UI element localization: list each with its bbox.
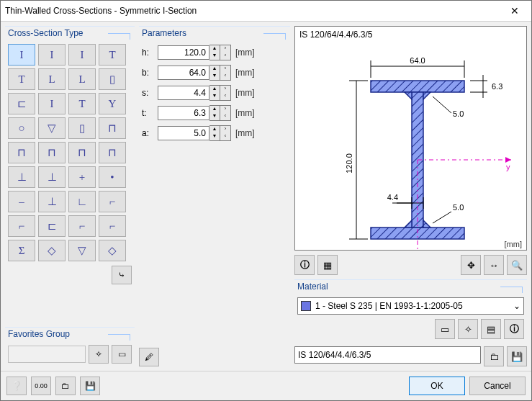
stress-points-button[interactable]: ▦: [317, 255, 338, 275]
dim-a1: 5.0: [453, 109, 464, 118]
type-grid: IIITTLL▯⊏ITY○▽▯⊓⊓⊓⊓⊓⊥⊥+•–⊥∟⌐⌐⊏⌐⌐Σ◇▽◇: [8, 44, 132, 261]
type-option-2[interactable]: I: [68, 44, 96, 66]
param-spinner[interactable]: ▲▼›‹: [158, 85, 231, 101]
import-button[interactable]: 🗀: [55, 377, 76, 395]
type-option-19[interactable]: ⊓: [99, 142, 126, 163]
spin-buttons[interactable]: ▲▼: [209, 65, 220, 81]
type-option-4[interactable]: T: [8, 68, 35, 90]
spin-buttons[interactable]: ▲▼: [209, 125, 220, 141]
close-button[interactable]: ✕: [502, 4, 527, 18]
pick-buttons[interactable]: ›‹: [220, 105, 231, 121]
type-option-26[interactable]: ∟: [68, 191, 96, 212]
axes-toggle-button[interactable]: ✥: [461, 255, 481, 275]
cancel-button[interactable]: Cancel: [469, 377, 526, 395]
description-row: IS 120/64/4.4/6.3/5 🗀 💾: [294, 346, 527, 366]
pick-buttons[interactable]: ›‹: [220, 85, 231, 101]
export-button[interactable]: 💾: [80, 377, 100, 395]
material-library-button[interactable]: ▭: [435, 319, 455, 339]
type-option-12[interactable]: ○: [8, 117, 35, 139]
spin-buttons[interactable]: ▲▼: [209, 85, 220, 101]
material-new-button[interactable]: ✧: [458, 319, 478, 339]
param-unit: [mm]: [235, 68, 255, 78]
dim-t: 6.3: [492, 82, 502, 91]
type-option-16[interactable]: ⊓: [8, 142, 35, 163]
type-option-15[interactable]: ⊓: [99, 117, 126, 139]
type-option-20[interactable]: ⊥: [8, 166, 35, 188]
description-input[interactable]: IS 120/64/4.4/6.3/5: [294, 346, 481, 364]
type-option-31[interactable]: ⌐: [99, 215, 126, 237]
type-option-28[interactable]: ⌐: [8, 215, 35, 237]
param-spinner[interactable]: ▲▼›‹: [158, 45, 231, 60]
spin-buttons[interactable]: ▲▼: [209, 45, 220, 60]
type-option-33[interactable]: ◇: [38, 240, 66, 261]
material-edit-button[interactable]: ▤: [481, 319, 501, 339]
group-body: IIITTLL▯⊏ITY○▽▯⊓⊓⊓⊓⊓⊥⊥+•–⊥∟⌐⌐⊏⌐⌐Σ◇▽◇ ⤷: [5, 41, 135, 287]
param-unit: [mm]: [235, 88, 255, 98]
param-input[interactable]: [158, 45, 209, 60]
type-option-0[interactable]: I: [8, 44, 35, 66]
type-option-11[interactable]: Y: [99, 93, 126, 114]
type-option-10[interactable]: T: [68, 93, 96, 114]
description-save-button[interactable]: 💾: [507, 346, 527, 366]
type-option-22[interactable]: +: [68, 166, 96, 188]
type-option-1[interactable]: I: [38, 44, 66, 66]
favorites-open-button[interactable]: ▭: [112, 345, 132, 364]
group-title: Parameters: [139, 27, 290, 41]
left-column: Cross-Section Type IIITTLL▯⊏ITY○▽▯⊓⊓⊓⊓⊓⊥…: [5, 26, 135, 366]
type-option-18[interactable]: ⊓: [68, 142, 96, 163]
param-input[interactable]: [158, 66, 209, 80]
type-option-23[interactable]: •: [99, 166, 126, 188]
param-input[interactable]: [158, 86, 209, 100]
dim-s: 4.4: [387, 193, 398, 202]
type-option-24[interactable]: –: [8, 191, 35, 212]
ok-button[interactable]: OK: [409, 377, 465, 395]
param-row-s: s:▲▼›‹[mm]: [142, 84, 287, 102]
pick-buttons[interactable]: ›‹: [220, 125, 231, 141]
favorites-combo[interactable]: [8, 346, 86, 363]
type-option-3[interactable]: T: [99, 44, 126, 66]
param-pick-button[interactable]: 🖉: [139, 348, 159, 366]
param-input[interactable]: [158, 126, 209, 140]
type-option-7[interactable]: ▯: [99, 68, 126, 90]
material-select[interactable]: 1 - Steel S 235 | EN 1993-1-1:2005-05 ⌄: [297, 297, 524, 315]
param-unit: [mm]: [235, 108, 255, 118]
type-option-34[interactable]: ▽: [68, 240, 96, 261]
description-pick-button[interactable]: 🗀: [484, 346, 504, 366]
units-button[interactable]: 0.00: [31, 377, 51, 395]
type-option-21[interactable]: ⊥: [38, 166, 66, 188]
favorites-add-button[interactable]: ✧: [89, 345, 109, 364]
group-body: h:▲▼›‹[mm]b:▲▼›‹[mm]s:▲▼›‹[mm]t:▲▼›‹[mm]…: [139, 41, 290, 148]
param-spinner[interactable]: ▲▼›‹: [158, 105, 231, 121]
type-option-35[interactable]: ◇: [99, 240, 126, 261]
type-option-9[interactable]: I: [38, 93, 66, 114]
type-option-8[interactable]: ⊏: [8, 93, 35, 114]
type-option-17[interactable]: ⊓: [38, 142, 66, 163]
type-option-6[interactable]: L: [68, 68, 96, 90]
help-button[interactable]: ❔: [6, 377, 27, 395]
type-option-13[interactable]: ▽: [38, 117, 66, 139]
type-option-5[interactable]: L: [38, 68, 66, 90]
type-more-button[interactable]: ⤷: [112, 266, 132, 284]
pick-buttons[interactable]: ›‹: [220, 45, 231, 60]
values-toggle-button[interactable]: 🔍: [507, 255, 527, 275]
param-spinner[interactable]: ▲▼›‹: [158, 125, 231, 141]
pick-buttons[interactable]: ›‹: [220, 65, 231, 81]
param-input[interactable]: [158, 106, 209, 120]
preview-unit: [mm]: [505, 240, 522, 248]
type-option-25[interactable]: ⊥: [38, 191, 66, 212]
type-option-27[interactable]: ⌐: [99, 191, 126, 212]
dimensions-toggle-button[interactable]: ↔: [484, 255, 504, 275]
type-option-32[interactable]: Σ: [8, 240, 35, 261]
param-row-t: t:▲▼›‹[mm]: [142, 104, 287, 122]
material-info-button[interactable]: ⓘ: [504, 319, 524, 339]
dialog-body: Cross-Section Type IIITTLL▯⊏ITY○▽▯⊓⊓⊓⊓⊓⊥…: [1, 22, 531, 371]
param-unit: [mm]: [235, 128, 255, 138]
param-spinner[interactable]: ▲▼›‹: [158, 65, 231, 81]
info-button[interactable]: ⓘ: [294, 255, 315, 275]
type-option-30[interactable]: ⌐: [68, 215, 96, 237]
svg-marker-5: [405, 92, 412, 99]
type-option-14[interactable]: ▯: [68, 117, 96, 139]
type-option-29[interactable]: ⊏: [38, 215, 66, 237]
spin-buttons[interactable]: ▲▼: [209, 105, 220, 121]
footer: ❔ 0.00 🗀 💾 OK Cancel: [1, 371, 531, 400]
